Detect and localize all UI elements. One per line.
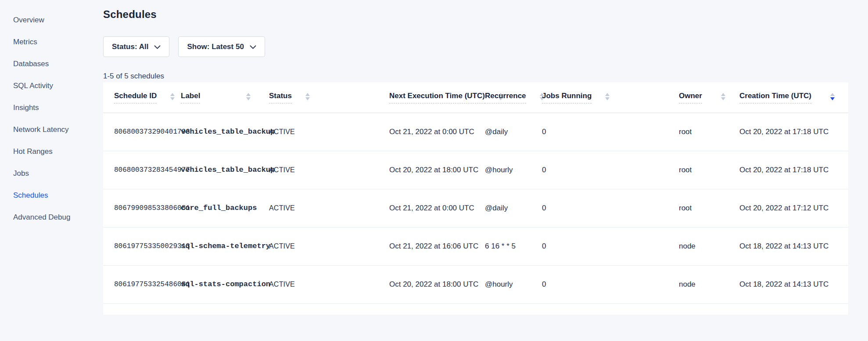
table-row[interactable]: 806197753350029313 sql-schema-telemetry … — [103, 227, 848, 265]
column-header-next-execution-time[interactable]: Next Execution Time (UTC) — [389, 82, 485, 113]
column-label: Schedule ID — [114, 92, 157, 103]
schedules-table: Schedule ID Label Status Next Execution … — [103, 82, 848, 304]
schedule-id-cell: 806197753325486081 — [103, 265, 181, 303]
column-label: Creation Time (UTC) — [739, 92, 811, 103]
jobs-running-cell: 0 — [542, 151, 679, 189]
column-header-owner[interactable]: Owner — [679, 82, 739, 113]
sidebar-item-hot-ranges[interactable]: Hot Ranges — [0, 141, 103, 163]
creation-time-cell: Oct 18, 2022 at 14:13 UTC — [739, 227, 848, 265]
next-execution-cell: Oct 21, 2022 at 0:00 UTC — [389, 113, 485, 151]
schedule-label-cell: vehicles_table_backup — [181, 113, 269, 151]
status-filter-dropdown[interactable]: Status: All — [103, 36, 169, 57]
schedule-label-cell: core_full_backups — [181, 189, 269, 227]
sidebar: Overview Metrics Databases SQL Activity … — [0, 0, 103, 341]
recurrence-cell: @hourly — [485, 151, 542, 189]
sidebar-item-metrics[interactable]: Metrics — [0, 31, 103, 53]
creation-time-cell: Oct 20, 2022 at 17:18 UTC — [739, 113, 848, 151]
schedule-label-cell: vehicles_table_backup — [181, 151, 269, 189]
sidebar-item-databases[interactable]: Databases — [0, 53, 103, 75]
sort-arrows-icon[interactable] — [830, 93, 835, 100]
table-row[interactable]: 806800373290401793 vehicles_table_backup… — [103, 113, 848, 151]
column-label: Label — [181, 92, 200, 103]
column-header-recurrence[interactable]: Recurrence — [485, 82, 542, 113]
schedule-id-cell: 806799098533806081 — [103, 189, 181, 227]
status-cell: ACTIVE — [269, 113, 389, 151]
column-label: Jobs Running — [542, 92, 592, 103]
filters-bar: Status: All Show: Latest 50 — [103, 36, 848, 57]
sort-arrows-icon[interactable] — [246, 93, 251, 100]
sidebar-item-label: Schedules — [13, 191, 48, 200]
column-header-jobs-running[interactable]: Jobs Running — [542, 82, 679, 113]
next-execution-cell: Oct 21, 2022 at 16:06 UTC — [389, 227, 485, 265]
column-label: Recurrence — [485, 92, 526, 103]
sidebar-item-jobs[interactable]: Jobs — [0, 163, 103, 185]
status-cell: ACTIVE — [269, 265, 389, 303]
sidebar-item-overview[interactable]: Overview — [0, 9, 103, 31]
sidebar-item-label: Hot Ranges — [13, 147, 53, 156]
owner-cell: node — [679, 227, 739, 265]
recurrence-cell: @hourly — [485, 265, 542, 303]
sidebar-item-label: Overview — [13, 16, 44, 25]
sidebar-item-label: Advanced Debug — [13, 213, 70, 222]
recurrence-cell: @daily — [485, 189, 542, 227]
creation-time-cell: Oct 20, 2022 at 17:12 UTC — [739, 189, 848, 227]
page-title: Schedules — [103, 8, 848, 21]
owner-cell: root — [679, 189, 739, 227]
sidebar-item-sql-activity[interactable]: SQL Activity — [0, 75, 103, 97]
owner-cell: node — [679, 265, 739, 303]
schedule-id-cell: 806800373290401793 — [103, 113, 181, 151]
recurrence-cell: 6 16 * * 5 — [485, 227, 542, 265]
sidebar-item-advanced-debug[interactable]: Advanced Debug — [0, 206, 103, 228]
sort-arrows-icon[interactable] — [605, 93, 610, 100]
table-row[interactable]: 806800373283454977 vehicles_table_backup… — [103, 151, 848, 189]
sort-arrows-icon[interactable] — [305, 93, 310, 100]
column-header-status[interactable]: Status — [269, 82, 389, 113]
jobs-running-cell: 0 — [542, 189, 679, 227]
sidebar-item-label: Jobs — [13, 169, 29, 178]
schedules-page: Schedules Status: All Show: Latest 50 1-… — [103, 0, 848, 341]
table-row[interactable]: 806799098533806081 core_full_backups ACT… — [103, 189, 848, 227]
show-filter-label: Show: Latest 50 — [187, 43, 244, 51]
status-cell: ACTIVE — [269, 227, 389, 265]
recurrence-cell: @daily — [485, 113, 542, 151]
schedule-id-cell: 806800373283454977 — [103, 151, 181, 189]
sidebar-item-label: Databases — [13, 60, 49, 68]
status-cell: ACTIVE — [269, 151, 389, 189]
sidebar-item-schedules[interactable]: Schedules — [0, 185, 103, 206]
sidebar-item-label: Metrics — [13, 38, 37, 46]
table-header-row: Schedule ID Label Status Next Execution … — [103, 82, 848, 113]
status-cell: ACTIVE — [269, 189, 389, 227]
sort-arrows-icon[interactable] — [721, 93, 725, 100]
next-execution-cell: Oct 20, 2022 at 18:00 UTC — [389, 151, 485, 189]
column-label: Next Execution Time (UTC) — [389, 92, 485, 103]
table-row[interactable]: 806197753325486081 sql-stats-compaction … — [103, 265, 848, 303]
owner-cell: root — [679, 113, 739, 151]
next-execution-cell: Oct 20, 2022 at 18:00 UTC — [389, 265, 485, 303]
status-filter-label: Status: All — [112, 43, 148, 51]
schedule-label-cell: sql-schema-telemetry — [181, 227, 269, 265]
jobs-running-cell: 0 — [542, 265, 679, 303]
schedule-label-cell: sql-stats-compaction — [181, 265, 269, 303]
sidebar-item-label: SQL Activity — [13, 82, 53, 90]
owner-cell: root — [679, 151, 739, 189]
column-label: Owner — [679, 92, 702, 103]
jobs-running-cell: 0 — [542, 227, 679, 265]
jobs-running-cell: 0 — [542, 113, 679, 151]
show-filter-dropdown[interactable]: Show: Latest 50 — [178, 36, 265, 57]
column-label: Status — [269, 92, 292, 103]
next-execution-cell: Oct 21, 2022 at 0:00 UTC — [389, 189, 485, 227]
column-header-creation-time[interactable]: Creation Time (UTC) — [739, 82, 848, 113]
chevron-down-icon — [154, 43, 161, 51]
sidebar-item-network-latency[interactable]: Network Latency — [0, 119, 103, 141]
chevron-down-icon — [250, 43, 256, 51]
sort-arrows-icon[interactable] — [170, 93, 175, 100]
results-count: 1-5 of 5 schedules — [103, 71, 848, 81]
sidebar-item-insights[interactable]: Insights — [0, 97, 103, 119]
sidebar-item-label: Network Latency — [13, 125, 69, 134]
schedules-table-card: Schedule ID Label Status Next Execution … — [103, 82, 848, 315]
column-header-schedule-id[interactable]: Schedule ID — [103, 82, 181, 113]
creation-time-cell: Oct 18, 2022 at 14:13 UTC — [739, 265, 848, 303]
column-header-label[interactable]: Label — [181, 82, 269, 113]
creation-time-cell: Oct 20, 2022 at 17:18 UTC — [739, 151, 848, 189]
sidebar-item-label: Insights — [13, 103, 39, 112]
